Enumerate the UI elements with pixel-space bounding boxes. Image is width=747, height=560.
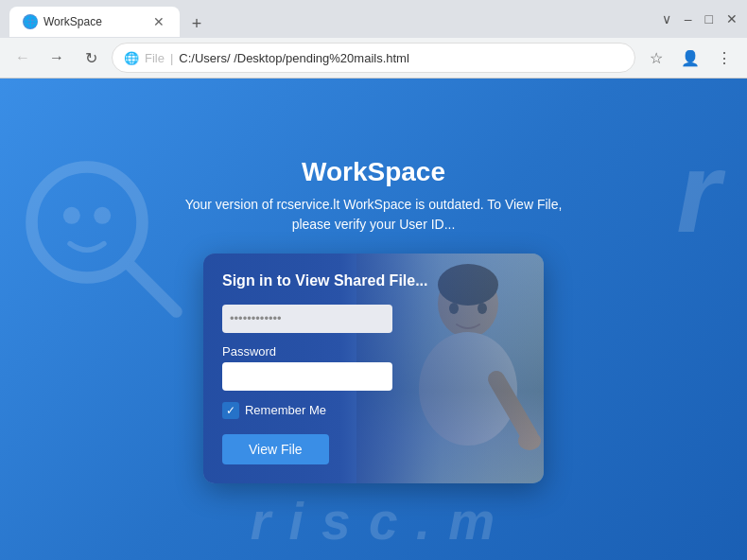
login-card: Sign in to View Shared File... Password …: [203, 254, 544, 483]
browser-chrome: 🌐 WorkSpace ✕ + ∨ – □ ✕ ← → ↻ 🌐 File | C: [0, 0, 747, 79]
remember-me-checkbox[interactable]: ✓: [222, 402, 239, 419]
title-bar: 🌐 WorkSpace ✕ + ∨ – □ ✕: [0, 0, 747, 38]
forward-button[interactable]: →: [43, 44, 70, 71]
card-form: Sign in to View Shared File... Password …: [203, 254, 544, 483]
chevron-down-icon[interactable]: ∨: [662, 11, 671, 26]
svg-point-2: [63, 207, 80, 224]
tab-close-button[interactable]: ✕: [151, 14, 166, 29]
address-globe-icon: 🌐: [124, 51, 139, 65]
password-field-group: Password: [222, 344, 525, 391]
window-controls: ∨ – □ ✕: [662, 11, 738, 32]
tab-favicon: 🌐: [23, 14, 38, 29]
maximize-button[interactable]: □: [705, 11, 713, 26]
back-button[interactable]: ←: [9, 44, 36, 71]
address-bar[interactable]: 🌐 File | C:/Users/ /Desktop/pending%20ma…: [112, 43, 635, 73]
svg-point-0: [32, 167, 143, 278]
bookmark-button[interactable]: ☆: [643, 44, 669, 71]
password-label: Password: [222, 344, 525, 359]
nav-bar: ← → ↻ 🌐 File | C:/Users/ /Desktop/pendin…: [0, 38, 747, 78]
page-subtitle: Your version of rcservice.lt WorkSpace i…: [185, 195, 563, 235]
view-file-button[interactable]: View File: [222, 434, 329, 464]
new-tab-button[interactable]: +: [183, 10, 210, 37]
password-input[interactable]: [222, 362, 392, 391]
address-text: C:/Users/ /Desktop/pending%20mails.html: [179, 51, 623, 65]
remember-me-row: ✓ Remember Me: [222, 402, 525, 419]
remember-me-label: Remember Me: [245, 403, 326, 417]
nav-actions: ☆ 👤 ⋮: [643, 44, 738, 71]
minimize-button[interactable]: –: [685, 11, 692, 26]
active-tab[interactable]: 🌐 WorkSpace ✕: [9, 7, 180, 37]
more-button[interactable]: ⋮: [711, 44, 738, 71]
email-input[interactable]: [222, 305, 392, 333]
magnifier-watermark: [19, 154, 189, 324]
watermark-right-text: r: [676, 135, 719, 249]
watermark-bottom-text: r i s c . m: [251, 491, 496, 551]
svg-point-3: [94, 207, 111, 224]
email-field-group: [222, 305, 525, 333]
form-title: Sign in to View Shared File...: [222, 272, 525, 289]
main-content: WorkSpace Your version of rcservice.lt W…: [185, 157, 563, 483]
page-content: r r i s c . m WorkSpace Your version of …: [0, 79, 747, 560]
refresh-button[interactable]: ↻: [78, 44, 104, 71]
address-separator: File: [145, 51, 165, 65]
address-pipe: |: [170, 51, 173, 65]
profile-button[interactable]: 👤: [677, 44, 704, 71]
svg-line-1: [130, 265, 177, 312]
tab-title: WorkSpace: [43, 15, 146, 28]
page-title: WorkSpace: [302, 157, 445, 187]
close-button[interactable]: ✕: [726, 11, 738, 26]
